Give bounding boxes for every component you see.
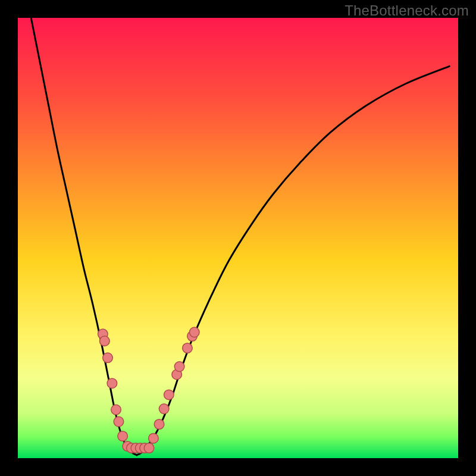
data-point-right <box>154 419 164 430</box>
curve-right-branch <box>137 66 449 455</box>
data-point-left <box>111 405 121 415</box>
chart-svg <box>18 18 458 458</box>
data-point-right <box>174 362 184 372</box>
data-point-right <box>164 390 174 400</box>
curve-left-branch <box>31 18 137 455</box>
data-point-left <box>103 353 113 363</box>
plot-area <box>18 18 458 458</box>
chart-frame: TheBottleneck.com <box>0 0 476 476</box>
data-point-left <box>118 431 128 441</box>
data-point-left <box>99 336 109 346</box>
data-point-left <box>114 416 124 427</box>
data-point-right <box>159 404 169 414</box>
watermark-text: TheBottleneck.com <box>345 2 469 19</box>
data-point-left <box>107 378 117 389</box>
data-point-right <box>149 433 159 443</box>
data-point-right <box>183 343 193 353</box>
data-point-bottom <box>144 443 154 453</box>
data-point-right <box>189 327 199 337</box>
